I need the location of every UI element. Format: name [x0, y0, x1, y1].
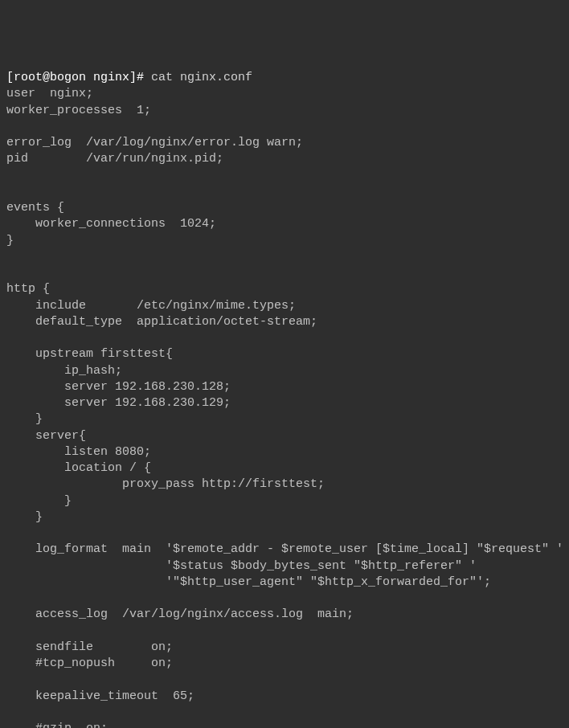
terminal-output: [root@bogon nginx]# cat nginx.conf user … — [6, 70, 563, 728]
terminal-file-content: user nginx; worker_processes 1; error_lo… — [6, 87, 563, 728]
terminal-prompt: [root@bogon nginx]# — [6, 71, 151, 84]
terminal-command: cat nginx.conf — [151, 71, 252, 84]
